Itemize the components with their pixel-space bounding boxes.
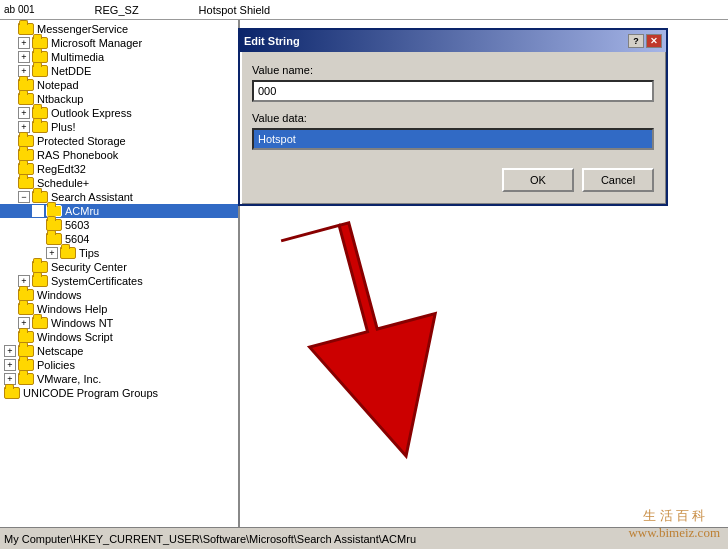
value-name-label: Value name:: [252, 64, 654, 76]
value-data-input[interactable]: [252, 128, 654, 150]
dialog-titlebar: Edit String ? ✕: [240, 30, 666, 52]
main-container: ab 001 REG_SZ Hotspot Shield MessengerSe…: [0, 0, 728, 549]
dialog-title: Edit String: [244, 35, 300, 47]
cancel-button[interactable]: Cancel: [582, 168, 654, 192]
dialog-overlay: Edit String ? ✕ Value name: Value data: …: [0, 0, 728, 549]
close-button[interactable]: ✕: [646, 34, 662, 48]
value-data-label: Value data:: [252, 112, 654, 124]
watermark: 生 活 百 科 www.bimeiz.com: [628, 507, 720, 541]
ok-button[interactable]: OK: [502, 168, 574, 192]
dialog-buttons: OK Cancel: [252, 168, 654, 192]
dialog-body: Value name: Value data: OK Cancel: [240, 52, 666, 204]
dialog-title-buttons: ? ✕: [628, 34, 662, 48]
help-button[interactable]: ?: [628, 34, 644, 48]
edit-string-dialog: Edit String ? ✕ Value name: Value data: …: [238, 28, 668, 206]
value-name-input[interactable]: [252, 80, 654, 102]
